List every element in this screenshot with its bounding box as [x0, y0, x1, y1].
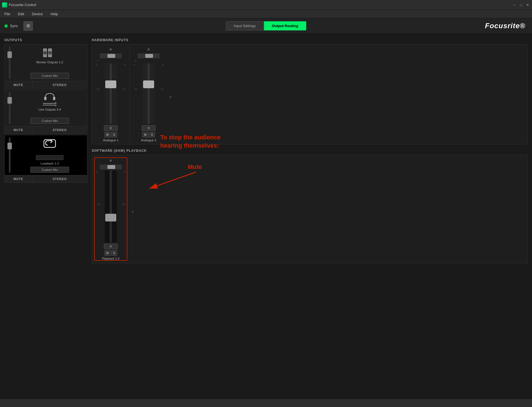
loopback-name-box — [36, 155, 64, 160]
db-zero-right: 0 — [124, 63, 126, 66]
tab-group: Input Settings Output Routing — [226, 21, 306, 30]
sync-label: Sync — [10, 24, 18, 28]
window-controls: ─ □ ✕ — [512, 3, 530, 7]
brand-logo: Focusrite® — [485, 22, 525, 30]
loopback-icon — [43, 137, 57, 150]
hw-channel-1-ms: M S — [104, 132, 117, 137]
close-icon-sw[interactable]: ✕ — [109, 158, 112, 163]
output-monitor-name: Monitor Outputs 1-2 — [36, 61, 63, 64]
output-monitor-fader-track[interactable] — [9, 47, 10, 79]
hw-channel-1-pan[interactable] — [100, 53, 122, 58]
hw-channel-1-value[interactable]: 0 — [104, 125, 118, 131]
speaker-icon — [43, 47, 57, 59]
output-loopback-footer: MUTE STEREO — [5, 175, 87, 182]
output-line-custom-mix[interactable]: Custom Mix — [30, 118, 69, 124]
db-zero-sw-left: 0 — [96, 171, 98, 173]
toolbar: Sync ⚙ Input Settings Output Routing Foc… — [0, 18, 532, 34]
output-line-name: Line Outputs 3-4 — [38, 108, 61, 111]
output-monitor-fader-thumb[interactable] — [7, 51, 12, 58]
hw-channel-1-fader-thumb[interactable] — [105, 80, 116, 88]
sw-playback-section: SOFTWARE (DAW) PLAYBACK ✕ 0 — [92, 149, 528, 263]
minimize-button[interactable]: ─ — [512, 3, 517, 7]
tab-output-routing[interactable]: Output Routing — [264, 21, 306, 30]
output-loopback-icon-area: Loopback 1-2 Custom Mix — [15, 137, 85, 173]
fader-track — [110, 63, 112, 124]
sw-channel-1-fader[interactable] — [105, 171, 117, 242]
sw-channel-1-close[interactable]: ✕ — [95, 158, 127, 163]
hw-channel-2-fader[interactable] — [143, 63, 155, 124]
app-icon — [2, 2, 7, 7]
hw-channel-1-name: Analogue 1 — [103, 139, 118, 142]
add-sw-channel-button[interactable]: + — [128, 187, 137, 237]
db-zero-left-2: 0 — [134, 63, 135, 66]
hw-channel-2-value[interactable]: 0 — [142, 125, 156, 131]
main-content: OUTPUTS — [0, 34, 532, 399]
db-zero-left: 0 — [96, 63, 97, 66]
hw-channel-2-solo[interactable]: S — [149, 132, 155, 137]
output-monitor-custom-mix[interactable]: Custom Mix — [30, 73, 69, 79]
settings-button[interactable]: ⚙ — [23, 21, 33, 31]
hw-channel-1-fader-area: 0 0 -12 -12 — [94, 63, 127, 124]
sw-channel-1-value[interactable]: 0 — [104, 244, 118, 249]
close-icon[interactable]: ✕ — [109, 47, 112, 52]
output-loopback-fader-track[interactable] — [9, 137, 10, 173]
hw-channel-2-fader-thumb[interactable] — [143, 80, 154, 88]
close-button[interactable]: ✕ — [525, 3, 530, 7]
hw-channel-2-pan[interactable] — [138, 53, 160, 58]
sw-channel-1-mute[interactable]: M — [104, 250, 110, 256]
svg-point-5 — [49, 52, 51, 54]
titlebar: Focusrite Control ─ □ ✕ — [0, 0, 532, 10]
db-minus12-sw-right: -12 — [122, 203, 125, 206]
menubar: File Edit Device Help — [0, 10, 532, 18]
sw-channel-1-pan[interactable] — [100, 165, 122, 169]
maximize-button[interactable]: □ — [519, 3, 523, 7]
db-minus12-left: -12 — [96, 88, 99, 90]
output-loopback-mute[interactable]: MUTE — [5, 175, 32, 182]
output-line: Line Outputs 3-4 Custom Mix MUTE STEREO — [4, 90, 87, 134]
output-loopback-custom-mix[interactable]: Custom Mix — [30, 167, 69, 173]
pan-thumb[interactable] — [107, 54, 115, 58]
sw-channel-1-solo[interactable]: S — [111, 250, 117, 256]
output-monitor-stereo[interactable]: STEREO — [32, 81, 87, 88]
hw-channel-1-mute[interactable]: M — [104, 132, 110, 137]
db-minus12-left-2: -12 — [134, 88, 137, 90]
add-hw-channel-button[interactable]: + — [166, 72, 175, 122]
sw-channel-1-fader-thumb[interactable] — [105, 214, 116, 221]
close-icon-2[interactable]: ✕ — [147, 47, 150, 52]
pan-thumb-2[interactable] — [145, 54, 153, 58]
svg-rect-6 — [44, 97, 46, 100]
app-title: Focusrite Control — [9, 3, 512, 7]
output-monitor-fader[interactable] — [7, 47, 12, 79]
output-monitor-mute[interactable]: MUTE — [5, 81, 32, 88]
output-loopback-fader[interactable] — [7, 137, 12, 173]
menu-device[interactable]: Device — [31, 11, 44, 17]
db-minus12-right-2: -12 — [160, 88, 164, 90]
output-loopback-stereo[interactable]: STEREO — [32, 175, 87, 182]
hw-channel-2-close[interactable]: ✕ — [132, 47, 165, 52]
headphone-line-icon — [43, 92, 57, 106]
output-monitor: Monitor Outputs 1-2 Custom Mix MUTE STER… — [4, 44, 87, 89]
tab-input-settings[interactable]: Input Settings — [226, 21, 264, 30]
output-line-mute[interactable]: MUTE — [5, 126, 32, 134]
menu-help[interactable]: Help — [49, 11, 59, 17]
channel-divider — [130, 47, 130, 142]
hw-channel-1-fader[interactable] — [105, 63, 117, 124]
statusbar — [0, 399, 532, 407]
output-line-fader-thumb[interactable] — [7, 97, 12, 104]
output-loopback-fader-thumb[interactable] — [7, 143, 12, 149]
hw-channel-1-close[interactable]: ✕ — [94, 47, 127, 52]
hw-channel-1-solo[interactable]: S — [111, 132, 117, 137]
output-line-fader[interactable] — [7, 92, 12, 124]
hw-channel-2-mute[interactable]: M — [142, 132, 148, 137]
sync-indicator — [4, 24, 8, 28]
output-line-fader-track[interactable] — [9, 92, 10, 124]
menu-file[interactable]: File — [3, 11, 11, 17]
fader-track-sw — [110, 171, 112, 242]
db-markers-top: 0 — [94, 59, 127, 62]
output-loopback: Loopback 1-2 Custom Mix MUTE STEREO — [4, 135, 87, 183]
outputs-section-label: OUTPUTS — [4, 38, 87, 42]
output-line-stereo[interactable]: STEREO — [32, 126, 87, 134]
svg-rect-7 — [53, 97, 55, 100]
pan-thumb-sw[interactable] — [107, 165, 115, 169]
menu-edit[interactable]: Edit — [17, 11, 25, 17]
